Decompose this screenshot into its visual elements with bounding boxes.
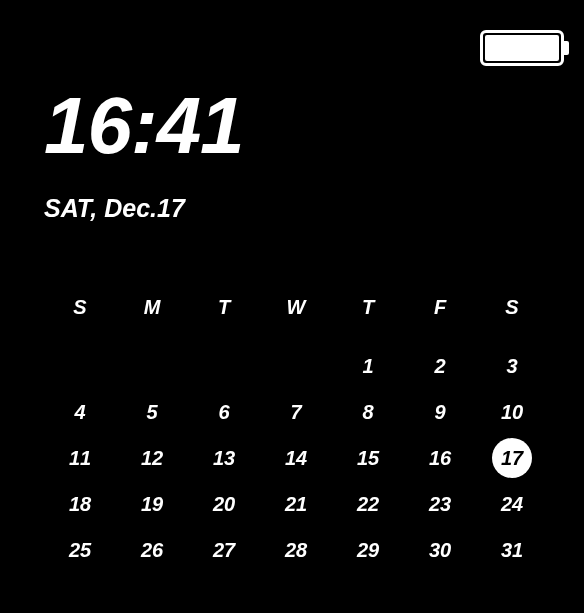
dow-thu: T	[332, 290, 404, 325]
calendar-day-cell[interactable]: 19	[116, 481, 188, 527]
calendar-day-cell[interactable]: 23	[404, 481, 476, 527]
battery-fill	[485, 35, 559, 61]
date-display: SAT, Dec.17	[44, 194, 185, 223]
calendar-day-cell[interactable]: 22	[332, 481, 404, 527]
dow-mon: M	[116, 290, 188, 325]
calendar-day-cell[interactable]: 13	[188, 435, 260, 481]
calendar-day-cell[interactable]: 18	[44, 481, 116, 527]
calendar-day-cell[interactable]: 16	[404, 435, 476, 481]
calendar-day-number: 19	[141, 493, 163, 516]
calendar-day-number: 3	[506, 355, 517, 378]
calendar-day-number: 11	[69, 447, 91, 470]
battery-icon	[480, 30, 564, 66]
calendar-day-number: 15	[357, 447, 379, 470]
calendar-day-number: 5	[146, 401, 157, 424]
calendar-day-cell[interactable]: 15	[332, 435, 404, 481]
calendar-day-cell[interactable]: 26	[116, 527, 188, 573]
calendar-day-number: 27	[213, 539, 235, 562]
calendar-day-cell[interactable]: 7	[260, 389, 332, 435]
calendar-day-cell[interactable]: 12	[116, 435, 188, 481]
calendar-day-number: 18	[69, 493, 91, 516]
calendar-day-number: 26	[141, 539, 163, 562]
calendar-day-cell[interactable]: 21	[260, 481, 332, 527]
calendar-day-number: 17	[492, 438, 532, 478]
calendar-day-cell[interactable]: 10	[476, 389, 548, 435]
dow-tue: T	[188, 290, 260, 325]
calendar-day-number: 7	[290, 401, 301, 424]
dow-wed: W	[260, 290, 332, 325]
calendar-day-number: 21	[285, 493, 307, 516]
calendar-widget: S M T W T F S 12345678910111213141516171…	[44, 290, 548, 573]
calendar-day-number: 10	[501, 401, 523, 424]
calendar-day-number: 9	[434, 401, 445, 424]
calendar-day-number: 30	[429, 539, 451, 562]
calendar-header-row: S M T W T F S	[44, 290, 548, 325]
calendar-day-number: 16	[429, 447, 451, 470]
calendar-grid: 1234567891011121314151617181920212223242…	[44, 343, 548, 573]
calendar-day-number: 14	[285, 447, 307, 470]
calendar-day-cell[interactable]: 4	[44, 389, 116, 435]
calendar-day-cell[interactable]: 31	[476, 527, 548, 573]
calendar-day-cell[interactable]: 30	[404, 527, 476, 573]
calendar-day-cell[interactable]: 27	[188, 527, 260, 573]
calendar-day-number: 28	[285, 539, 307, 562]
calendar-day-number: 31	[501, 539, 523, 562]
calendar-day-number: 1	[362, 355, 373, 378]
calendar-day-cell[interactable]: 6	[188, 389, 260, 435]
calendar-day-number: 4	[74, 401, 85, 424]
calendar-day-cell[interactable]: 29	[332, 527, 404, 573]
calendar-day-number: 13	[213, 447, 235, 470]
calendar-day-number: 6	[218, 401, 229, 424]
calendar-day-cell[interactable]: 11	[44, 435, 116, 481]
calendar-day-number: 24	[501, 493, 523, 516]
calendar-day-cell[interactable]: 3	[476, 343, 548, 389]
calendar-blank-cell	[260, 343, 332, 389]
calendar-day-cell[interactable]: 17	[476, 435, 548, 481]
calendar-blank-cell	[44, 343, 116, 389]
calendar-day-cell[interactable]: 28	[260, 527, 332, 573]
calendar-blank-cell	[116, 343, 188, 389]
dow-fri: F	[404, 290, 476, 325]
calendar-day-number: 22	[357, 493, 379, 516]
calendar-day-cell[interactable]: 1	[332, 343, 404, 389]
calendar-day-cell[interactable]: 5	[116, 389, 188, 435]
calendar-day-number: 2	[434, 355, 445, 378]
calendar-day-cell[interactable]: 20	[188, 481, 260, 527]
calendar-day-cell[interactable]: 9	[404, 389, 476, 435]
calendar-day-cell[interactable]: 2	[404, 343, 476, 389]
calendar-day-cell[interactable]: 14	[260, 435, 332, 481]
calendar-day-number: 20	[213, 493, 235, 516]
calendar-day-number: 29	[357, 539, 379, 562]
calendar-day-number: 25	[69, 539, 91, 562]
calendar-day-number: 8	[362, 401, 373, 424]
calendar-blank-cell	[188, 343, 260, 389]
time-display: 16:41	[44, 80, 244, 172]
calendar-day-cell[interactable]: 24	[476, 481, 548, 527]
dow-sat: S	[476, 290, 548, 325]
calendar-day-number: 23	[429, 493, 451, 516]
dow-sun: S	[44, 290, 116, 325]
calendar-day-cell[interactable]: 8	[332, 389, 404, 435]
watch-face-screen: 16:41 SAT, Dec.17 S M T W T F S 12345678…	[0, 0, 584, 613]
calendar-day-cell[interactable]: 25	[44, 527, 116, 573]
calendar-day-number: 12	[141, 447, 163, 470]
